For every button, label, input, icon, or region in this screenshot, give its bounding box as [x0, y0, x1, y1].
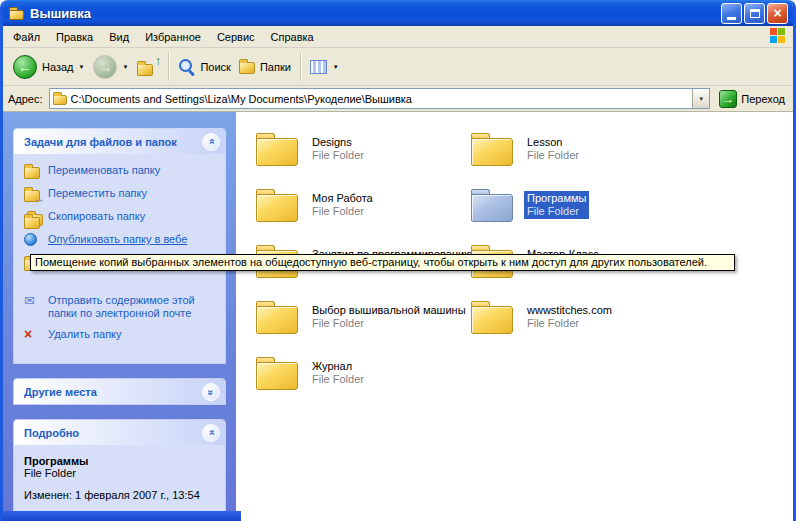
menu-tools[interactable]: Сервис — [209, 28, 263, 46]
views-button[interactable]: ▼ — [306, 57, 348, 77]
address-path: C:\Documents and Settings\Liza\My Docume… — [71, 93, 689, 105]
task-rename-folder[interactable]: Переименовать папку — [24, 164, 219, 179]
folder-tile-designs[interactable]: DesignsFile Folder — [255, 126, 460, 172]
explorer-window: Вышивка × Файл Правка Вид Избранное Серв… — [0, 0, 796, 521]
task-email-folder[interactable]: ✉ Отправить содержимое этой папки по эле… — [24, 294, 219, 320]
tooltip: Помещение копий выбранных элементов на о… — [30, 254, 735, 271]
menu-edit[interactable]: Правка — [48, 28, 101, 46]
collapse-chevron-icon[interactable]: » — [202, 424, 220, 442]
minimize-button[interactable] — [721, 3, 742, 24]
folder-tile-wwwstitches[interactable]: wwwstitches.comFile Folder — [470, 294, 675, 340]
window-bottom-border — [3, 511, 241, 521]
menu-view[interactable]: Вид — [101, 28, 137, 46]
folders-label: Папки — [260, 61, 291, 73]
details-selected-name: Программы — [24, 455, 219, 467]
toolbar-separator — [300, 53, 301, 81]
collapse-chevron-icon[interactable]: » — [202, 133, 220, 151]
details-title: Подробно — [24, 427, 79, 439]
windows-logo-icon — [770, 28, 787, 45]
folder-icon — [255, 354, 301, 392]
back-button[interactable]: ← Назад — [9, 52, 78, 82]
up-button[interactable]: ↑ — [133, 54, 163, 79]
folders-icon — [239, 62, 255, 74]
details-selected-type: File Folder — [24, 467, 219, 479]
folder-icon — [255, 130, 301, 168]
window-folder-icon — [9, 7, 25, 20]
views-dropdown-arrow: ▼ — [333, 64, 339, 70]
back-label: Назад — [42, 61, 74, 73]
folder-tile-moya-rabota[interactable]: Моя РаботаFile Folder — [255, 182, 460, 228]
folder-tile-programmy-selected[interactable]: ПрограммыFile Folder — [470, 182, 675, 228]
standard-buttons-toolbar: ← Назад ▼ → ▼ ↑ Поиск Папки ▼ — [3, 48, 793, 86]
task-copy-folder[interactable]: Скопировать папку — [24, 210, 219, 225]
forward-icon: → — [93, 55, 117, 79]
go-button[interactable]: → Переход — [716, 90, 788, 108]
folder-icon — [255, 186, 301, 224]
folder-tile-zhurnal[interactable]: ЖурналFile Folder — [255, 350, 460, 396]
forward-dropdown-arrow[interactable]: ▼ — [122, 64, 128, 70]
search-label: Поиск — [200, 61, 230, 73]
menu-help[interactable]: Справка — [263, 28, 322, 46]
go-icon: → — [719, 90, 737, 108]
address-label: Адрес: — [8, 93, 43, 105]
other-places-panel: Другие места » — [13, 378, 226, 405]
details-panel: Подробно » Программы File Folder Изменен… — [13, 419, 226, 514]
other-places-header[interactable]: Другие места » — [14, 379, 225, 404]
forward-button[interactable]: → — [89, 52, 121, 82]
other-places-title: Другие места — [24, 386, 97, 398]
publish-web-icon — [24, 233, 42, 248]
menubar: Файл Правка Вид Избранное Сервис Справка — [3, 26, 793, 48]
addressbar: Адрес: C:\Documents and Settings\Liza\My… — [3, 86, 793, 112]
move-folder-icon: → — [24, 187, 42, 202]
folder-icon — [255, 298, 301, 336]
file-tasks-header[interactable]: Задачи для файлов и папок » — [14, 129, 225, 154]
file-list-area: DesignsFile Folder LessonFile Folder Моя… — [236, 112, 793, 521]
address-input[interactable]: C:\Documents and Settings\Liza\My Docume… — [49, 88, 711, 109]
email-icon: ✉ — [24, 294, 42, 309]
folder-icon — [470, 298, 516, 336]
folder-tile-vybor-mashiny[interactable]: Выбор вышивальной машиныFile Folder — [255, 294, 460, 340]
window-controls: × — [719, 3, 788, 24]
address-dropdown-button[interactable]: ▼ — [692, 89, 709, 108]
copy-folder-icon — [24, 210, 42, 225]
expand-chevron-icon[interactable]: » — [202, 383, 220, 401]
search-button[interactable]: Поиск — [174, 55, 234, 78]
delete-icon: × — [24, 328, 42, 343]
menu-file[interactable]: Файл — [5, 28, 48, 46]
close-button[interactable]: × — [767, 3, 788, 24]
folder-tile-lesson[interactable]: LessonFile Folder — [470, 126, 675, 172]
folder-icon-selected — [470, 186, 516, 224]
up-folder-icon: ↑ — [137, 57, 159, 76]
back-icon: ← — [13, 55, 37, 79]
toolbar-separator — [168, 53, 169, 81]
window-content: Задачи для файлов и папок » Переименоват… — [3, 112, 793, 521]
task-move-folder[interactable]: → Переместить папку — [24, 187, 219, 202]
menu-favorites[interactable]: Избранное — [137, 28, 209, 46]
maximize-button[interactable] — [744, 3, 765, 24]
rename-folder-icon — [24, 164, 42, 179]
address-folder-icon — [53, 95, 67, 105]
back-dropdown-arrow[interactable]: ▼ — [79, 64, 85, 70]
task-publish-folder-web[interactable]: Опубликовать папку в вебе — [24, 233, 219, 248]
go-label: Переход — [741, 93, 785, 105]
file-tasks-title: Задачи для файлов и папок — [24, 136, 177, 148]
folders-button[interactable]: Папки — [235, 56, 295, 77]
details-modified-date: Изменен: 1 февраля 2007 г., 13:54 — [24, 489, 219, 501]
details-body: Программы File Folder Изменен: 1 февраля… — [14, 445, 225, 513]
window-title: Вышивка — [30, 6, 714, 21]
task-pane-sidebar: Задачи для файлов и папок » Переименоват… — [3, 112, 236, 521]
folder-icon — [470, 130, 516, 168]
search-icon — [178, 58, 195, 75]
views-icon — [310, 60, 327, 74]
details-header[interactable]: Подробно » — [14, 420, 225, 445]
file-tasks-panel: Задачи для файлов и папок » Переименоват… — [13, 128, 226, 364]
titlebar: Вышивка × — [3, 0, 793, 26]
task-delete-folder[interactable]: × Удалить папку — [24, 328, 219, 343]
